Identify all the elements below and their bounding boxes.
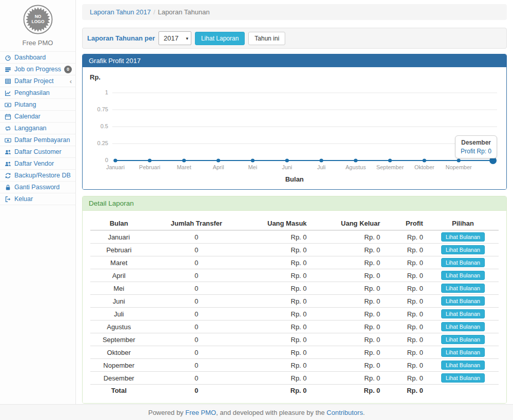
table-cell: Juni	[90, 295, 147, 308]
lihat-bulanan-button[interactable]: Lihat Bulanan	[441, 284, 485, 293]
table-cell: Pebruari	[90, 244, 147, 256]
table-cell: Rp. 0	[311, 244, 384, 256]
footer-text-prefix: Powered by	[148, 409, 185, 416]
sidebar-item-label: Daftar Pembayaran	[14, 136, 70, 144]
table-cell: Rp. 0	[384, 230, 427, 244]
year-select[interactable]: 2017	[159, 31, 191, 45]
table-cell: Juli	[90, 308, 147, 321]
svg-text:April: April	[213, 164, 224, 170]
table-cell: Rp. 0	[311, 269, 384, 282]
table-cell: Rp. 0	[245, 244, 310, 256]
calendar-icon	[4, 113, 11, 120]
table-cell: Desember	[90, 372, 147, 385]
sidebar-item-calendar[interactable]: Calendar	[0, 111, 75, 123]
page-footer: Powered by Free PMO, and developed with …	[0, 404, 513, 420]
table-cell-action: Lihat Bulanan	[427, 321, 499, 333]
table-cell: Rp. 0	[384, 321, 427, 333]
sidebar-item-daftar-project[interactable]: Daftar Project‹	[0, 75, 75, 87]
table-cell: September	[90, 333, 147, 346]
footer-text-suffix: .	[363, 409, 365, 416]
sidebar-item-daftar-customer[interactable]: Daftar Customer	[0, 146, 75, 158]
table-cell: Rp. 0	[384, 295, 427, 308]
table-cell-action: Lihat Bulanan	[427, 372, 499, 385]
sidebar-item-penghasilan[interactable]: Penghasilan	[0, 87, 75, 99]
footer-link-free-pmo[interactable]: Free PMO	[185, 409, 216, 416]
table-cell: 0	[147, 372, 245, 385]
logo-text-line2: LOGO	[31, 19, 44, 24]
no-logo-badge-icon: NO LOGO	[23, 5, 53, 34]
lihat-bulanan-button[interactable]: Lihat Bulanan	[441, 232, 485, 242]
sidebar-item-keluar[interactable]: Keluar	[0, 193, 75, 205]
profit-chart-panel: Grafik Profit 2017 Rp. 00.250.50.751Janu…	[82, 54, 507, 190]
sidebar-item-piutang[interactable]: Piutang	[0, 99, 75, 111]
breadcrumb-separator: /	[151, 8, 158, 16]
lihat-bulanan-button[interactable]: Lihat Bulanan	[441, 271, 485, 280]
table-row: Oktober0Rp. 0Rp. 0Rp. 0Lihat Bulanan	[90, 346, 499, 359]
table-cell: Rp. 0	[311, 372, 384, 385]
sidebar-item-daftar-vendor[interactable]: Daftar Vendor	[0, 158, 75, 170]
sign-out-icon	[4, 195, 11, 203]
chart-tooltip: Desember Profit Rp: 0	[455, 135, 497, 158]
sidebar-item-langganan[interactable]: Langganan	[0, 123, 75, 134]
table-cell: Rp. 0	[245, 321, 310, 333]
sidebar-item-label: Langganan	[14, 125, 47, 132]
lihat-bulanan-button[interactable]: Lihat Bulanan	[441, 348, 485, 357]
sidebar-item-label: Keluar	[14, 195, 33, 203]
svg-text:0: 0	[105, 157, 108, 163]
lihat-bulanan-button[interactable]: Lihat Bulanan	[441, 373, 485, 383]
table-row: Nopember0Rp. 0Rp. 0Rp. 0Lihat Bulanan	[90, 359, 499, 372]
table-row: September0Rp. 0Rp. 0Rp. 0Lihat Bulanan	[90, 333, 499, 346]
sidebar-item-label: Job on Progress	[14, 66, 61, 73]
table-cell: Rp. 0	[311, 282, 384, 295]
table-cell: Rp. 0	[245, 333, 310, 346]
breadcrumb: Laporan Tahun 2017/Laporan Tahunan	[82, 4, 507, 20]
table-cell: 0	[147, 256, 245, 269]
column-header: Jumlah Transfer	[147, 217, 245, 230]
table-cell-action: Lihat Bulanan	[427, 230, 499, 244]
sidebar-item-dashboard[interactable]: Dashboard	[0, 52, 75, 64]
column-header: Bulan	[90, 217, 147, 230]
sidebar-item-label: Dashboard	[14, 54, 46, 61]
table-cell: Rp. 0	[311, 346, 384, 359]
lihat-bulanan-button[interactable]: Lihat Bulanan	[441, 309, 485, 318]
table-cell: Rp. 0	[245, 230, 310, 244]
chart-panel-body: Rp. 00.250.50.751JanuariPebruariMaretApr…	[83, 67, 506, 189]
table-cell: Rp. 0	[245, 256, 310, 269]
tahun-ini-button[interactable]: Tahun ini	[248, 32, 285, 45]
footer-link-contributors[interactable]: Contributors	[327, 409, 363, 416]
lihat-bulanan-button[interactable]: Lihat Bulanan	[441, 322, 485, 331]
table-row: Agustus0Rp. 0Rp. 0Rp. 0Lihat Bulanan	[90, 321, 499, 333]
table-row: Maret0Rp. 0Rp. 0Rp. 0Lihat Bulanan	[90, 256, 499, 269]
total-cell	[427, 385, 499, 397]
table-cell-action: Lihat Bulanan	[427, 346, 499, 359]
chart-y-axis-label: Rp.	[90, 73, 499, 81]
table-cell: 0	[147, 321, 245, 333]
lihat-bulanan-button[interactable]: Lihat Bulanan	[441, 335, 485, 344]
profit-line-chart[interactable]: 00.250.50.751JanuariPebruariMaretAprilMe…	[90, 86, 499, 174]
sidebar-item-label: Daftar Project	[14, 77, 53, 85]
filter-label: Laporan Tahunan per	[87, 34, 155, 42]
lock-icon	[4, 184, 11, 191]
sidebar-item-daftar-pembayaran[interactable]: Daftar Pembayaran	[0, 134, 75, 146]
sidebar-item-backup-restore-db[interactable]: Backup/Restore DB	[0, 170, 75, 182]
table-cell: Rp. 0	[384, 333, 427, 346]
table-cell: 0	[147, 295, 245, 308]
column-header: Pilihan	[427, 217, 499, 230]
svg-text:Nopember: Nopember	[446, 164, 472, 170]
year-select-wrap: 2017	[159, 31, 191, 45]
table-cell: 0	[147, 308, 245, 321]
tooltip-value: Profit Rp: 0	[461, 148, 491, 155]
sidebar-item-ganti-password[interactable]: Ganti Password	[0, 182, 75, 193]
lihat-bulanan-button[interactable]: Lihat Bulanan	[441, 245, 485, 254]
lihat-bulanan-button[interactable]: Lihat Bulanan	[441, 361, 485, 370]
table-cell: Rp. 0	[384, 244, 427, 256]
lihat-bulanan-button[interactable]: Lihat Bulanan	[441, 296, 485, 306]
sidebar-item-job-on-progress[interactable]: Job on Progress0	[0, 64, 75, 75]
table-cell: Rp. 0	[245, 346, 310, 359]
breadcrumb-link[interactable]: Laporan Tahun 2017	[90, 8, 151, 16]
table-cell: Rp. 0	[311, 230, 384, 244]
monthly-report-table: BulanJumlah TransferUang MasukUang Kelua…	[90, 217, 499, 397]
lihat-bulanan-button[interactable]: Lihat Bulanan	[441, 258, 485, 267]
lihat-laporan-button[interactable]: Lihat Laporan	[195, 32, 245, 45]
table-cell-action: Lihat Bulanan	[427, 333, 499, 346]
